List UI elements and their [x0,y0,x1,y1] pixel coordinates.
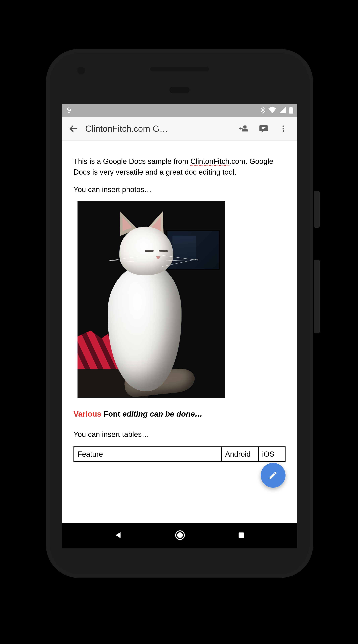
wifi-icon [268,107,276,113]
svg-point-0 [282,126,284,127]
photo-bg-tv [166,230,220,270]
phone-speaker [150,67,209,72]
phone-camera [77,67,85,74]
whisker [110,260,138,262]
table-header-cell[interactable]: Feature [74,447,222,462]
paragraph-intro[interactable]: This is a Google Docs sample from Clinto… [74,156,286,178]
nav-back-button[interactable] [114,531,123,540]
svg-point-4 [177,532,183,538]
usb-icon [66,106,72,114]
back-button[interactable] [64,120,82,138]
edit-fab[interactable] [261,463,286,488]
nav-recent-button[interactable] [237,531,245,540]
spellcheck-word[interactable]: ClintonFitch [190,157,229,165]
document-title[interactable]: ClintonFitch.com G… [84,124,233,134]
cat-eye-left [144,250,154,252]
table-row[interactable]: Feature Android iOS [74,447,285,462]
svg-point-1 [282,128,284,129]
phone-power-button [314,191,320,228]
cat-eye-right [159,250,168,252]
whisker [110,256,138,261]
inserted-photo[interactable] [78,202,225,398]
table-header-cell[interactable]: Android [222,447,258,462]
screen: ClintonFitch.com G… This is a Google Doc… [62,104,297,523]
table-header-cell[interactable]: iOS [258,447,285,462]
text: This is a Google Docs sample from [74,157,190,165]
document-body[interactable]: This is a Google Docs sample from Clinto… [62,141,297,468]
phone-frame: ClintonFitch.com G… This is a Google Doc… [45,48,314,578]
status-bar [62,104,297,117]
overflow-menu-button[interactable] [274,120,292,138]
paragraph-tables[interactable]: You can insert tables… [74,429,286,440]
app-bar: ClintonFitch.com G… [62,117,297,141]
signal-icon [279,107,286,113]
add-person-button[interactable] [234,120,253,138]
sample-table[interactable]: Feature Android iOS [74,446,286,462]
pencil-icon [268,470,278,480]
nav-home-button[interactable] [175,530,185,541]
formatted-text-line[interactable]: Various Font editing can be done… [74,408,286,420]
cat-nose [156,256,160,260]
text-red-bold: Various [74,410,101,418]
phone-volume-button [314,260,320,334]
cat-head [120,226,173,275]
text-bold: Font [101,410,122,418]
paragraph-photos[interactable]: You can insert photos… [74,184,286,195]
bluetooth-icon [260,106,266,114]
svg-rect-5 [238,532,244,538]
phone-sensor [170,87,190,93]
battery-icon [289,107,293,114]
text-bold-italic: editing can be done… [122,410,202,418]
system-nav-bar [62,523,297,548]
comment-button[interactable] [254,120,273,138]
svg-point-2 [282,130,284,132]
